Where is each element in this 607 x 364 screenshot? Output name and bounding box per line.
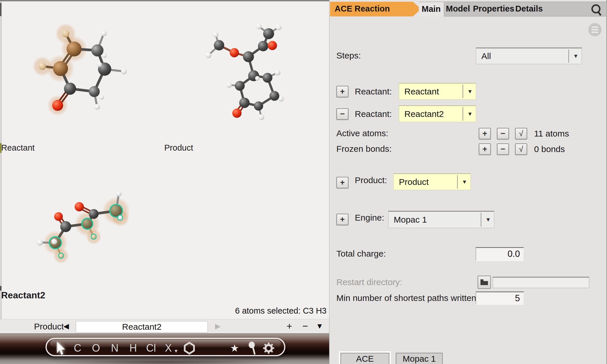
browse-directory-button[interactable] (478, 276, 491, 289)
steps-label: Steps: (336, 48, 361, 63)
engine-label: Engine: (355, 211, 384, 225)
dropdown-arrow-icon: ▼ (485, 217, 491, 223)
frozen-bonds-check-button[interactable]: √ (515, 143, 527, 155)
reactant-molecule[interactable] (33, 23, 127, 116)
tab-main[interactable]: Main (419, 2, 444, 16)
structure-menu-button[interactable]: ▼ (316, 319, 323, 333)
reactant1-dropdown[interactable]: Reactant ▼ (399, 83, 476, 100)
reactant2-dropdown[interactable]: Reactant2 ▼ (399, 105, 476, 122)
molecule-canvas[interactable] (0, 1, 329, 319)
select-cursor-icon[interactable] (56, 342, 67, 355)
element-n-button[interactable]: N (108, 342, 122, 354)
bottom-tab-mopac[interactable]: Mopac 1 (396, 353, 443, 364)
element-h-button[interactable]: H (126, 342, 140, 354)
frozen-bonds-remove-button[interactable]: − (497, 143, 509, 155)
product-molecule[interactable] (206, 24, 284, 120)
product-label: Product (164, 143, 193, 153)
settings-gear-icon[interactable] (262, 342, 275, 354)
min-paths-label: Min number of shortest paths written: (336, 291, 479, 305)
structure-navbar: Product ◀ Reactant2 ▶ + − ▼ (0, 319, 329, 333)
plugin-title-tab[interactable]: ACE Reaction Network (330, 2, 421, 16)
editor-dock: C O N H Cl X ▾ ★ (0, 333, 329, 364)
element-x-button[interactable]: X (161, 342, 176, 354)
left-edge-mark-dash (0, 286, 1, 291)
add-product-button[interactable]: + (336, 177, 348, 188)
previous-structure-button[interactable]: ◀ (63, 319, 69, 333)
left-edge-mark (0, 3, 1, 16)
reactant2-label: Reactant2 (1, 290, 45, 301)
ace-reaction-network-panel: ACE Reaction Network Main Model Properti… (329, 0, 607, 364)
frozen-bonds-count: 0 bonds (534, 143, 565, 156)
current-structure-field[interactable]: Reactant2 (76, 321, 208, 333)
element-toolbar: C O N H Cl X ▾ ★ (46, 338, 285, 356)
probe-tool-icon[interactable] (247, 342, 257, 355)
active-atoms-count: 11 atoms (534, 127, 569, 140)
product-dropdown[interactable]: Product ▼ (393, 173, 471, 190)
add-structure-button[interactable]: + (286, 320, 292, 332)
engine-dropdown[interactable]: Mopac 1 ▼ (388, 211, 494, 228)
steps-dropdown[interactable]: All ▼ (476, 48, 582, 64)
remove-structure-button[interactable]: − (302, 320, 308, 332)
tab-model[interactable]: Model (446, 2, 470, 16)
next-structure-button[interactable]: ▶ (215, 319, 220, 333)
tab-details[interactable]: Details (515, 2, 543, 16)
product-label: Product: (355, 173, 387, 187)
tab-properties[interactable]: Properties (473, 2, 514, 16)
restart-directory-input[interactable] (493, 277, 589, 288)
folder-icon (480, 279, 488, 285)
reactant2-label: Reactant: (355, 107, 392, 121)
dropdown-arrow-icon: ▼ (467, 111, 473, 117)
frozen-bonds-label: Frozen bonds: (336, 142, 392, 156)
dropdown-arrow-icon: ▼ (467, 88, 473, 95)
active-atoms-label: Active atoms: (336, 126, 388, 141)
search-icon[interactable] (591, 4, 602, 16)
add-engine-button[interactable]: + (336, 214, 348, 225)
active-atoms-remove-button[interactable]: − (497, 128, 509, 139)
panel-menu-icon[interactable] (588, 23, 602, 36)
total-charge-input[interactable]: 0.0 (476, 247, 524, 261)
add-reactant-button[interactable]: + (336, 86, 348, 97)
selection-status: 6 atoms selected: C3 H3 (202, 306, 327, 316)
plugin-title: ACE Reaction Network (335, 4, 390, 27)
element-c-button[interactable]: C (70, 342, 85, 354)
total-charge-label: Total charge: (336, 247, 386, 261)
restart-directory-label: Restart directory: (336, 275, 402, 289)
favorites-star-icon[interactable]: ★ (227, 342, 242, 354)
active-atoms-check-button[interactable]: √ (515, 128, 527, 139)
min-paths-input[interactable]: 5 (476, 291, 524, 305)
dropdown-arrow-icon: ▼ (573, 53, 578, 59)
bottom-tab-ace[interactable]: ACE (340, 353, 389, 364)
left-edge-mark-olive (0, 143, 1, 153)
molecule-viewport[interactable]: Reactant Product Reactant2 6 atoms selec… (0, 1, 329, 319)
reactant1-label: Reactant: (355, 84, 392, 99)
element-cl-button[interactable]: Cl (144, 342, 158, 354)
remove-reactant-button[interactable]: − (336, 108, 348, 120)
dropdown-arrow-icon: ▼ (462, 179, 467, 185)
reactant2-molecule[interactable] (37, 191, 130, 263)
element-o-button[interactable]: O (89, 342, 103, 354)
element-x-dropdown-caret[interactable]: ▾ (175, 348, 178, 354)
ring-tool-icon[interactable] (183, 342, 195, 354)
previous-structure-name: Product (34, 320, 64, 333)
frozen-bonds-add-button[interactable]: + (479, 143, 491, 155)
left-edge-sliver (0, 1, 2, 319)
reactant-label: Reactant (1, 143, 35, 153)
active-atoms-add-button[interactable]: + (479, 128, 491, 139)
